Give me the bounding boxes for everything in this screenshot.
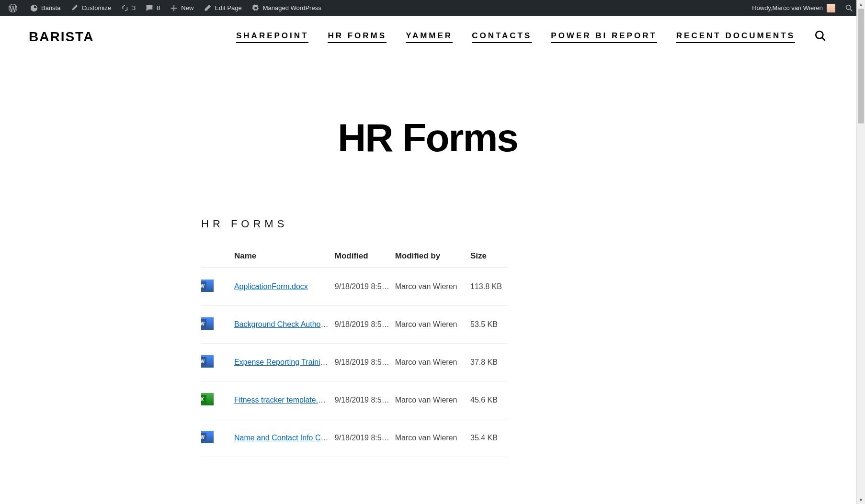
nav-hr-forms[interactable]: HR FORMS (328, 31, 387, 43)
table-row: Fitness tracker template.xlsx9/18/2019 8… (201, 381, 508, 419)
file-icon-cell (201, 306, 231, 344)
file-name-cell: Background Check Authorization (231, 306, 332, 344)
search-icon (814, 30, 827, 42)
modified-by-cell: Marco van Wieren (392, 306, 467, 344)
file-name-cell: Name and Contact Info Change (231, 419, 332, 457)
document-link[interactable]: Name and Contact Info Change (234, 434, 332, 442)
svg-line-1 (822, 37, 825, 41)
edit-page-link[interactable]: Edit Page (198, 0, 246, 16)
nav-yammer[interactable]: YAMMER (406, 31, 453, 43)
scrollbar[interactable]: ▲ ▼ (856, 0, 865, 457)
nav-recent-docs[interactable]: RECENT DOCUMENTS (676, 31, 795, 43)
size-cell: 53.5 KB (467, 306, 508, 344)
user-account-link[interactable]: Howdy, Marco van Wieren (747, 0, 840, 16)
col-modified-header[interactable]: Modified (332, 245, 392, 268)
modified-cell: 9/18/2019 8:51 AM (332, 268, 392, 306)
word-file-icon (201, 280, 214, 292)
col-size-header[interactable]: Size (467, 245, 508, 268)
document-link[interactable]: Expense Reporting Training G (234, 358, 332, 366)
howdy-prefix: Howdy, (752, 4, 772, 11)
scroll-thumb[interactable] (858, 9, 864, 123)
updates-link[interactable]: 3 (116, 0, 140, 16)
section-heading: HR FORMS (201, 218, 508, 230)
admin-bar-right: Howdy, Marco van Wieren (747, 0, 861, 16)
managed-wp-link[interactable]: Managed WordPress (247, 0, 326, 16)
wp-logo[interactable] (4, 0, 25, 16)
size-cell: 37.8 KB (467, 344, 508, 381)
table-row: ApplicationForm.docx9/18/2019 8:51 AMMar… (201, 268, 508, 306)
customize-link[interactable]: Customize (65, 0, 115, 16)
size-cell: 113.8 KB (467, 268, 508, 306)
col-icon-header (201, 245, 231, 268)
avatar (827, 4, 835, 12)
col-modified-by-header[interactable]: Modified by (392, 245, 467, 268)
wp-admin-bar: Barista Customize 3 8 New (0, 0, 865, 16)
modified-cell: 9/18/2019 8:51 AM (332, 419, 392, 457)
primary-nav: SHAREPOINT HR FORMS YAMMER CONTACTS POWE… (236, 30, 827, 44)
file-icon-cell (201, 419, 231, 457)
modified-cell: 9/18/2019 8:51 AM (332, 344, 392, 381)
new-label: New (181, 4, 193, 11)
excel-file-icon (201, 393, 214, 405)
size-cell: 45.6 KB (467, 381, 508, 419)
nav-contacts[interactable]: CONTACTS (472, 31, 532, 43)
table-row: Background Check Authorization9/18/2019 … (201, 306, 508, 344)
modified-by-cell: Marco van Wieren (392, 381, 467, 419)
document-link[interactable]: ApplicationForm.docx (234, 282, 308, 291)
plus-icon (170, 4, 178, 12)
nav-links: SHAREPOINT HR FORMS YAMMER CONTACTS POWE… (236, 31, 795, 43)
word-file-icon (201, 431, 214, 443)
hr-forms-section: HR FORMS Name Modified Modified by Size … (201, 218, 508, 457)
edit-page-text: Edit Page (215, 4, 241, 11)
word-file-icon (201, 317, 214, 330)
site-search-button[interactable] (814, 30, 827, 44)
comments-count: 8 (157, 4, 160, 11)
site-logo[interactable]: BARISTA (29, 29, 94, 45)
documents-table: Name Modified Modified by Size Applicati… (201, 245, 508, 457)
nav-sharepoint[interactable]: SHAREPOINT (236, 31, 308, 43)
col-name-header[interactable]: Name (231, 245, 332, 268)
modified-cell: 9/18/2019 8:51 AM (332, 381, 392, 419)
file-name-cell: Expense Reporting Training G (231, 344, 332, 381)
modified-by-cell: Marco van Wieren (392, 268, 467, 306)
modified-by-cell: Marco van Wieren (392, 419, 467, 457)
svg-point-0 (816, 31, 823, 38)
table-header-row: Name Modified Modified by Size (201, 245, 508, 268)
file-name-cell: Fitness tracker template.xlsx (231, 381, 332, 419)
site-name-link[interactable]: Barista (25, 0, 65, 16)
file-icon-cell (201, 268, 231, 306)
table-row: Name and Contact Info Change9/18/2019 8:… (201, 419, 508, 457)
dashboard-icon (30, 4, 38, 12)
comments-link[interactable]: 8 (140, 0, 165, 16)
modified-cell: 9/18/2019 8:51 AM (332, 306, 392, 344)
updates-count: 3 (132, 4, 136, 11)
gear-icon (251, 4, 260, 12)
refresh-icon (121, 4, 129, 12)
document-link[interactable]: Fitness tracker template.xlsx (234, 396, 331, 404)
site-name-text: Barista (41, 4, 60, 11)
file-icon-cell (201, 381, 231, 419)
page-title: HR Forms (0, 115, 855, 160)
document-link[interactable]: Background Check Authorization (234, 320, 332, 328)
site-header: BARISTA SHAREPOINT HR FORMS YAMMER CONTA… (0, 16, 855, 58)
table-row: Expense Reporting Training G9/18/2019 8:… (201, 344, 508, 381)
wordpress-icon (9, 4, 17, 12)
admin-bar-left: Barista Customize 3 8 New (4, 0, 326, 16)
managed-wp-text: Managed WordPress (263, 4, 321, 11)
word-file-icon (201, 355, 214, 368)
file-icon-cell (201, 344, 231, 381)
size-cell: 35.4 KB (467, 419, 508, 457)
file-name-cell: ApplicationForm.docx (231, 268, 332, 306)
modified-by-cell: Marco van Wieren (392, 344, 467, 381)
comment-icon (145, 4, 154, 12)
user-name: Marco van Wieren (773, 4, 823, 11)
search-icon (845, 4, 854, 12)
pencil-icon (203, 4, 212, 12)
nav-power-bi[interactable]: POWER BI REPORT (551, 31, 657, 43)
new-content-link[interactable]: New (165, 0, 198, 16)
scroll-up-arrow[interactable]: ▲ (857, 0, 865, 9)
brush-icon (70, 4, 79, 12)
customize-text: Customize (81, 4, 111, 11)
